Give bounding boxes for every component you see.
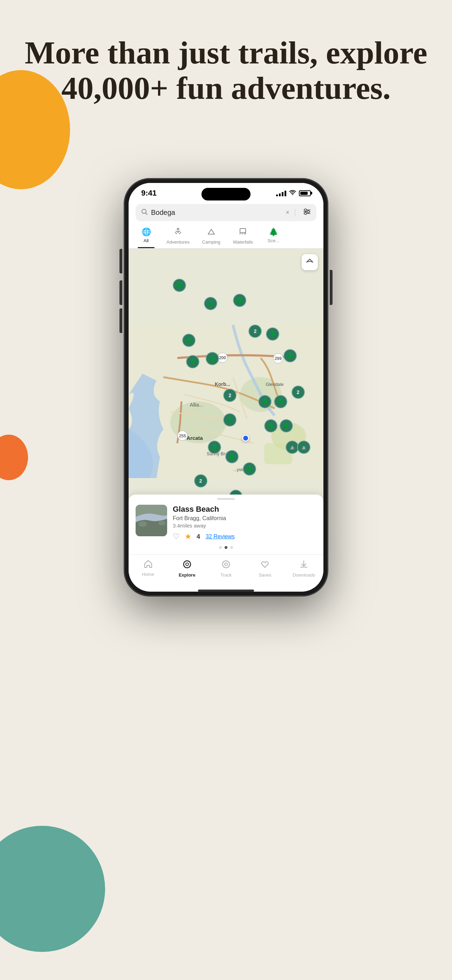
search-icon bbox=[141, 208, 148, 216]
card-info: Glass Beach Fort Bragg, California 3.4mi… bbox=[173, 505, 317, 541]
bg-orange-circle-small bbox=[0, 434, 28, 480]
phone-outer: 9:41 bbox=[124, 179, 328, 596]
nav-track-label: Track bbox=[220, 573, 232, 578]
scenic-icon: 🌲 bbox=[269, 228, 278, 237]
svg-point-30 bbox=[184, 561, 191, 568]
map-pin-1[interactable]: 🌲 bbox=[173, 278, 186, 292]
svg-point-0 bbox=[142, 209, 146, 213]
map-pin-15[interactable]: 🌲 bbox=[280, 419, 293, 433]
adventures-icon bbox=[174, 228, 182, 238]
search-filter-button[interactable] bbox=[303, 208, 311, 217]
svg-text:200: 200 bbox=[219, 355, 226, 360]
svg-text:255: 255 bbox=[179, 434, 186, 439]
svg-point-29 bbox=[158, 520, 166, 525]
location-card[interactable]: Glass Beach Fort Bragg, California 3.4mi… bbox=[129, 495, 323, 555]
all-icon: 🌐 bbox=[142, 228, 151, 237]
waterfalls-icon bbox=[239, 228, 247, 238]
map-pin-10[interactable]: 2 bbox=[223, 389, 237, 402]
map-pin-24[interactable]: ⛰️ bbox=[297, 441, 310, 454]
map-pin-19[interactable]: 2 bbox=[194, 474, 207, 488]
saves-icon bbox=[260, 560, 269, 571]
category-tabs: 🌐 All Adventures bbox=[129, 223, 323, 248]
tab-scenic-label: Sce... bbox=[267, 238, 279, 243]
card-distance: 3.4miles away bbox=[173, 523, 317, 528]
map-pin-5[interactable]: 2 bbox=[248, 325, 262, 338]
svg-point-33 bbox=[224, 563, 228, 566]
card-rating-star: ★ bbox=[185, 532, 192, 541]
camping-icon bbox=[207, 228, 215, 238]
svg-text:Allia...: Allia... bbox=[190, 402, 203, 407]
nav-track[interactable]: Track bbox=[206, 558, 245, 579]
wifi-icon bbox=[289, 189, 296, 197]
svg-text:Glendale: Glendale bbox=[266, 382, 284, 387]
map-pin-11[interactable]: 🌲 bbox=[258, 395, 272, 408]
location-button[interactable] bbox=[302, 254, 318, 270]
map-pin-17[interactable]: 🌲 bbox=[225, 450, 239, 463]
downloads-icon bbox=[299, 560, 308, 571]
search-clear-button[interactable]: × bbox=[286, 209, 290, 216]
map-pin-4[interactable]: 🌲 bbox=[182, 334, 196, 347]
tab-camping-label: Camping bbox=[202, 239, 220, 245]
phone-inner: 9:41 bbox=[129, 183, 323, 592]
card-reviews-link[interactable]: 32 Reviews bbox=[206, 533, 235, 540]
map-pin-9[interactable]: 🌲 bbox=[283, 349, 297, 363]
nav-home[interactable]: Home bbox=[129, 558, 167, 579]
tab-waterfalls-label: Waterfalls bbox=[233, 239, 253, 245]
battery-icon bbox=[299, 190, 311, 196]
svg-point-27 bbox=[138, 521, 147, 527]
card-pagination bbox=[135, 546, 317, 549]
card-handle bbox=[217, 498, 235, 500]
map-pin-16[interactable]: 🌲 bbox=[208, 441, 221, 454]
dot-3 bbox=[230, 546, 233, 549]
svg-point-6 bbox=[307, 211, 309, 213]
dot-2 bbox=[224, 546, 228, 549]
tab-adventures[interactable]: Adventures bbox=[160, 225, 196, 248]
tab-adventures-label: Adventures bbox=[166, 239, 189, 245]
search-section: Bodega × bbox=[129, 200, 323, 223]
track-icon bbox=[221, 560, 231, 571]
phone-mockup: 9:41 bbox=[124, 179, 328, 596]
nav-explore-label: Explore bbox=[179, 573, 196, 578]
status-time: 9:41 bbox=[141, 189, 157, 198]
map-area[interactable]: 200 299 255 Korb... Glendale Allia... Ar… bbox=[129, 248, 323, 555]
tab-camping[interactable]: Camping bbox=[196, 225, 227, 248]
nav-downloads[interactable]: Downloads bbox=[285, 558, 323, 579]
map-pin-18[interactable]: 🌲 bbox=[243, 462, 256, 476]
dynamic-island bbox=[202, 188, 250, 200]
nav-saves-label: Saves bbox=[259, 573, 271, 578]
tab-all[interactable]: 🌐 All bbox=[132, 225, 160, 248]
nav-saves[interactable]: Saves bbox=[246, 558, 285, 579]
explore-icon bbox=[183, 560, 192, 571]
home-icon bbox=[144, 560, 153, 570]
map-pin-arcata[interactable]: 🌲 bbox=[223, 413, 237, 426]
svg-text:299: 299 bbox=[275, 356, 282, 361]
tab-scenic[interactable]: 🌲 Sce... bbox=[259, 225, 287, 248]
svg-text:Korb...: Korb... bbox=[215, 381, 230, 387]
search-input[interactable]: Bodega bbox=[151, 208, 282, 216]
card-save-button[interactable]: ♡ bbox=[173, 532, 180, 541]
nav-home-label: Home bbox=[142, 572, 154, 577]
map-pin-14[interactable]: 🌲 bbox=[264, 419, 277, 433]
tab-waterfalls[interactable]: Waterfalls bbox=[227, 225, 259, 248]
map-pin-8[interactable]: 🌲 bbox=[206, 352, 219, 365]
search-bar[interactable]: Bodega × bbox=[135, 204, 317, 221]
svg-point-32 bbox=[223, 561, 229, 568]
nav-downloads-label: Downloads bbox=[293, 573, 315, 578]
map-pin-13[interactable]: 2 bbox=[291, 385, 305, 399]
nav-explore[interactable]: Explore bbox=[167, 558, 206, 579]
map-pin-6[interactable]: 🌲 bbox=[266, 328, 279, 341]
bg-teal-circle bbox=[0, 826, 105, 952]
svg-point-28 bbox=[148, 522, 158, 529]
svg-point-7 bbox=[304, 212, 307, 215]
map-pin-12[interactable]: 🌲 bbox=[274, 395, 287, 408]
map-pin-7[interactable]: 🌲 bbox=[186, 355, 199, 368]
svg-rect-8 bbox=[240, 229, 246, 233]
map-pin-2[interactable]: 🌲 bbox=[204, 297, 217, 310]
svg-text:Arcata: Arcata bbox=[186, 435, 203, 441]
dot-1 bbox=[219, 546, 222, 549]
tab-all-label: All bbox=[144, 238, 148, 243]
map-pin-3[interactable]: 🌲 bbox=[233, 294, 246, 307]
user-location-dot bbox=[242, 434, 249, 442]
map-pin-23[interactable]: ⛰️ bbox=[286, 441, 299, 454]
card-rating-value: 4 bbox=[197, 533, 200, 541]
